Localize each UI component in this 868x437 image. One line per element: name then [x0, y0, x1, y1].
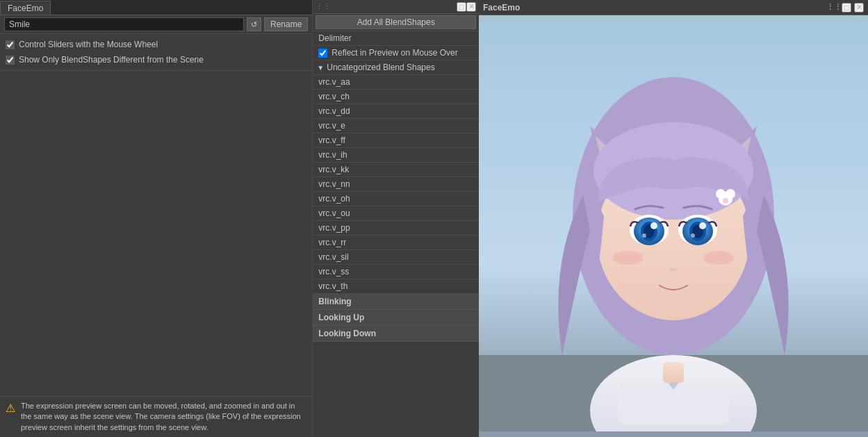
- delimiter-row: Delimiter: [313, 31, 479, 46]
- blend-item-vrc-v-oh[interactable]: vrc.v_oh: [313, 192, 479, 206]
- control-sliders-checkbox[interactable]: [6, 40, 15, 49]
- expressions-area: [0, 71, 312, 396]
- section-label: Uncategorized Blend Shapes: [327, 63, 434, 72]
- reflect-row[interactable]: Reflect in Preview on Mouse Over: [313, 46, 479, 60]
- face-emo-tab[interactable]: FaceEmo: [0, 1, 51, 15]
- preview-viewport[interactable]: [479, 15, 868, 437]
- blend-item-vrc-v-aa[interactable]: vrc.v_aa: [313, 75, 479, 90]
- preview-window-controls: ⋮⋮ □ ✕: [829, 3, 864, 13]
- show-only-diff-row[interactable]: Show Only BlendShapes Different from the…: [0, 52, 312, 67]
- preview-title: FaceEmo: [483, 3, 520, 13]
- svg-point-23: [723, 198, 728, 204]
- character-preview: [479, 22, 868, 431]
- mid-minimize-button[interactable]: □: [457, 2, 466, 12]
- svg-point-37: [703, 251, 734, 265]
- blend-item-vrc-v-ih[interactable]: vrc.v_ih: [313, 148, 479, 163]
- blend-item-vrc-v-e[interactable]: vrc.v_e: [313, 119, 479, 133]
- uncategorized-section-header[interactable]: ▼ Uncategorized Blend Shapes: [313, 60, 479, 75]
- blend-item-vrc-v-ch[interactable]: vrc.v_ch: [313, 90, 479, 104]
- info-icon: ⚠: [6, 401, 15, 416]
- control-sliders-row[interactable]: Control Sliders with the Mouse Wheel: [0, 37, 312, 52]
- control-sliders-label: Control Sliders with the Mouse Wheel: [19, 40, 158, 49]
- blend-items-list: vrc.v_aa vrc.v_ch vrc.v_dd vrc.v_e vrc.v…: [313, 75, 479, 437]
- blend-item-vrc-v-th[interactable]: vrc.v_th: [313, 279, 479, 294]
- blend-item-blinking[interactable]: Blinking: [313, 294, 479, 310]
- tab-label: FaceEmo: [8, 3, 43, 13]
- svg-point-36: [613, 251, 644, 265]
- rename-button[interactable]: Rename: [264, 17, 308, 31]
- add-all-button[interactable]: Add All BlendShapes: [316, 15, 476, 29]
- blend-item-vrc-v-dd[interactable]: vrc.v_dd: [313, 104, 479, 119]
- blend-item-vrc-v-sil[interactable]: vrc.v_sil: [313, 250, 479, 265]
- reflect-label: Reflect in Preview on Mouse Over: [331, 48, 457, 58]
- blend-item-vrc-v-nn[interactable]: vrc.v_nn: [313, 177, 479, 192]
- blend-item-vrc-v-ff[interactable]: vrc.v_ff: [313, 133, 479, 148]
- mid-close-button[interactable]: ✕: [466, 2, 476, 12]
- svg-point-34: [699, 222, 706, 229]
- svg-point-28: [650, 222, 657, 229]
- info-text: The expression preview screen can be mov…: [21, 401, 306, 433]
- blend-item-looking-up[interactable]: Looking Up: [313, 310, 479, 326]
- mid-drag-icon: ⋮⋮: [316, 2, 331, 11]
- blend-item-vrc-v-kk[interactable]: vrc.v_kk: [313, 163, 479, 177]
- blend-item-vrc-v-pp[interactable]: vrc.v_pp: [313, 221, 479, 236]
- add-all-toolbar: Add All BlendShapes: [313, 14, 479, 31]
- svg-point-35: [691, 233, 695, 238]
- refresh-icon[interactable]: ↺: [247, 17, 261, 31]
- svg-point-29: [642, 233, 646, 238]
- search-input[interactable]: [4, 17, 244, 31]
- blend-item-looking-down[interactable]: Looking Down: [313, 326, 479, 342]
- options-section: Control Sliders with the Mouse Wheel Sho…: [0, 34, 312, 71]
- delimiter-label: Delimiter: [318, 33, 351, 43]
- section-arrow-icon: ▼: [317, 64, 324, 72]
- preview-close-button[interactable]: ✕: [854, 3, 864, 13]
- blend-item-vrc-v-rr[interactable]: vrc.v_rr: [313, 236, 479, 250]
- info-box: ⚠ The expression preview screen can be m…: [0, 396, 312, 437]
- svg-point-22: [726, 189, 735, 199]
- preview-minimize-button[interactable]: □: [842, 3, 851, 13]
- show-only-diff-label: Show Only BlendShapes Different from the…: [19, 55, 204, 65]
- blend-item-vrc-v-ss[interactable]: vrc.v_ss: [313, 265, 479, 279]
- preview-drag-icon: ⋮⋮: [829, 3, 839, 13]
- preview-title-bar: FaceEmo ⋮⋮ □ ✕: [479, 0, 868, 15]
- reflect-checkbox[interactable]: [318, 49, 327, 58]
- blend-item-vrc-v-ou[interactable]: vrc.v_ou: [313, 206, 479, 221]
- show-only-diff-checkbox[interactable]: [6, 56, 15, 65]
- svg-point-21: [716, 189, 726, 199]
- svg-rect-6: [663, 362, 684, 383]
- search-toolbar: ↺ Rename: [0, 15, 312, 34]
